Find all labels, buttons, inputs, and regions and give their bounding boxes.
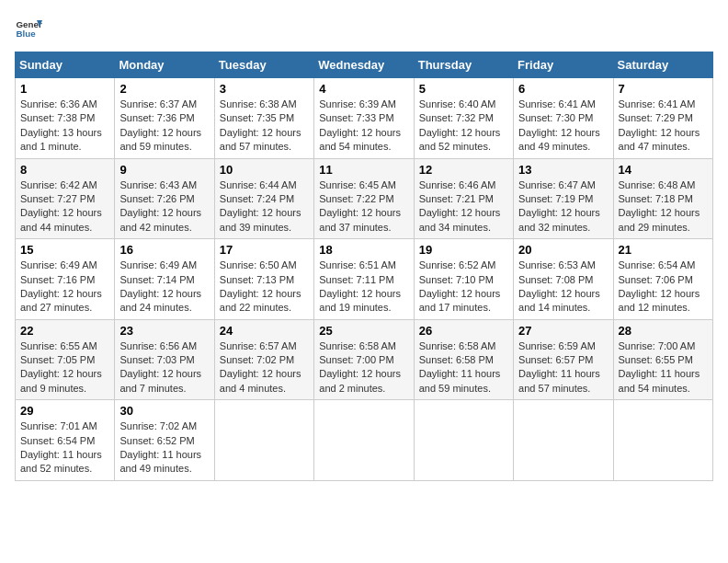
calendar-week-4: 22Sunrise: 6:55 AM Sunset: 7:05 PM Dayli… — [16, 319, 713, 400]
day-number: 29 — [20, 404, 109, 418]
day-number: 12 — [419, 163, 508, 177]
day-number: 22 — [20, 324, 109, 338]
calendar-cell: 13Sunrise: 6:47 AM Sunset: 7:19 PM Dayli… — [514, 158, 613, 239]
day-number: 16 — [119, 243, 209, 257]
day-info: Sunrise: 6:41 AM Sunset: 7:29 PM Dayligh… — [619, 98, 708, 155]
header: General Blue — [15, 15, 713, 42]
calendar-cell: 18Sunrise: 6:51 AM Sunset: 7:11 PM Dayli… — [314, 239, 414, 320]
day-number: 5 — [419, 82, 508, 96]
day-number: 4 — [319, 82, 408, 96]
calendar-cell: 7Sunrise: 6:41 AM Sunset: 7:29 PM Daylig… — [613, 78, 712, 159]
calendar-cell: 21Sunrise: 6:54 AM Sunset: 7:06 PM Dayli… — [613, 239, 712, 320]
calendar-week-1: 1Sunrise: 6:36 AM Sunset: 7:38 PM Daylig… — [16, 78, 713, 159]
day-info: Sunrise: 6:55 AM Sunset: 7:05 PM Dayligh… — [20, 339, 109, 396]
day-number: 11 — [319, 163, 408, 177]
calendar-week-3: 15Sunrise: 6:49 AM Sunset: 7:16 PM Dayli… — [16, 239, 713, 320]
day-number: 13 — [518, 163, 608, 177]
calendar-cell: 30Sunrise: 7:02 AM Sunset: 6:52 PM Dayli… — [115, 400, 214, 481]
day-info: Sunrise: 6:42 AM Sunset: 7:27 PM Dayligh… — [20, 178, 109, 236]
day-number: 25 — [319, 324, 408, 338]
day-info: Sunrise: 6:38 AM Sunset: 7:35 PM Dayligh… — [220, 98, 309, 155]
day-number: 17 — [220, 243, 309, 257]
calendar-cell: 15Sunrise: 6:49 AM Sunset: 7:16 PM Dayli… — [16, 239, 115, 320]
day-info: Sunrise: 6:54 AM Sunset: 7:06 PM Dayligh… — [619, 259, 708, 316]
calendar-cell — [214, 400, 313, 481]
day-number: 14 — [619, 163, 708, 177]
day-info: Sunrise: 6:37 AM Sunset: 7:36 PM Dayligh… — [119, 98, 209, 155]
day-info: Sunrise: 6:51 AM Sunset: 7:11 PM Dayligh… — [319, 259, 408, 316]
calendar-cell: 27Sunrise: 6:59 AM Sunset: 6:57 PM Dayli… — [514, 319, 613, 400]
day-number: 19 — [419, 243, 508, 257]
logo: General Blue — [15, 15, 42, 42]
calendar-cell — [613, 400, 712, 481]
day-info: Sunrise: 6:52 AM Sunset: 7:10 PM Dayligh… — [419, 259, 508, 316]
day-number: 6 — [518, 82, 608, 96]
day-info: Sunrise: 6:43 AM Sunset: 7:26 PM Dayligh… — [119, 178, 209, 236]
calendar-cell: 17Sunrise: 6:50 AM Sunset: 7:13 PM Dayli… — [214, 239, 313, 320]
calendar-cell: 22Sunrise: 6:55 AM Sunset: 7:05 PM Dayli… — [16, 319, 115, 400]
day-info: Sunrise: 6:45 AM Sunset: 7:22 PM Dayligh… — [319, 178, 408, 236]
day-number: 10 — [220, 163, 309, 177]
column-header-tuesday: Tuesday — [214, 52, 313, 78]
day-info: Sunrise: 6:59 AM Sunset: 6:57 PM Dayligh… — [518, 339, 608, 396]
day-number: 21 — [619, 243, 708, 257]
day-info: Sunrise: 6:41 AM Sunset: 7:30 PM Dayligh… — [518, 98, 608, 155]
day-info: Sunrise: 6:39 AM Sunset: 7:33 PM Dayligh… — [319, 98, 408, 155]
column-header-sunday: Sunday — [16, 52, 115, 78]
day-number: 30 — [119, 404, 209, 418]
day-number: 2 — [119, 82, 209, 96]
day-number: 26 — [419, 324, 508, 338]
calendar-cell: 3Sunrise: 6:38 AM Sunset: 7:35 PM Daylig… — [214, 78, 313, 159]
day-info: Sunrise: 6:48 AM Sunset: 7:18 PM Dayligh… — [619, 178, 708, 236]
calendar-cell — [314, 400, 414, 481]
calendar-header-row: SundayMondayTuesdayWednesdayThursdayFrid… — [16, 52, 713, 78]
day-number: 15 — [20, 243, 109, 257]
calendar-week-2: 8Sunrise: 6:42 AM Sunset: 7:27 PM Daylig… — [16, 158, 713, 239]
day-number: 24 — [220, 324, 309, 338]
day-number: 1 — [20, 82, 109, 96]
svg-text:Blue: Blue — [17, 29, 37, 39]
calendar-cell: 8Sunrise: 6:42 AM Sunset: 7:27 PM Daylig… — [16, 158, 115, 239]
calendar-cell: 29Sunrise: 7:01 AM Sunset: 6:54 PM Dayli… — [16, 400, 115, 481]
day-info: Sunrise: 6:56 AM Sunset: 7:03 PM Dayligh… — [119, 339, 209, 396]
day-info: Sunrise: 7:00 AM Sunset: 6:55 PM Dayligh… — [619, 339, 708, 396]
day-info: Sunrise: 6:49 AM Sunset: 7:16 PM Dayligh… — [20, 259, 109, 316]
column-header-friday: Friday — [514, 52, 613, 78]
calendar-cell: 1Sunrise: 6:36 AM Sunset: 7:38 PM Daylig… — [16, 78, 115, 159]
calendar-cell: 28Sunrise: 7:00 AM Sunset: 6:55 PM Dayli… — [613, 319, 712, 400]
day-number: 7 — [619, 82, 708, 96]
column-header-saturday: Saturday — [613, 52, 712, 78]
day-info: Sunrise: 6:47 AM Sunset: 7:19 PM Dayligh… — [518, 178, 608, 236]
calendar-cell — [514, 400, 613, 481]
logo-icon: General Blue — [15, 15, 42, 42]
day-info: Sunrise: 6:58 AM Sunset: 7:00 PM Dayligh… — [319, 339, 408, 396]
day-info: Sunrise: 6:57 AM Sunset: 7:02 PM Dayligh… — [220, 339, 309, 396]
day-number: 20 — [518, 243, 608, 257]
day-info: Sunrise: 7:01 AM Sunset: 6:54 PM Dayligh… — [20, 419, 109, 477]
column-header-monday: Monday — [115, 52, 214, 78]
day-number: 23 — [119, 324, 209, 338]
calendar-cell: 10Sunrise: 6:44 AM Sunset: 7:24 PM Dayli… — [214, 158, 313, 239]
calendar-cell: 25Sunrise: 6:58 AM Sunset: 7:00 PM Dayli… — [314, 319, 414, 400]
calendar-week-5: 29Sunrise: 7:01 AM Sunset: 6:54 PM Dayli… — [16, 400, 713, 481]
day-info: Sunrise: 6:46 AM Sunset: 7:21 PM Dayligh… — [419, 178, 508, 236]
calendar-cell: 20Sunrise: 6:53 AM Sunset: 7:08 PM Dayli… — [514, 239, 613, 320]
day-number: 9 — [119, 163, 209, 177]
calendar-cell: 19Sunrise: 6:52 AM Sunset: 7:10 PM Dayli… — [414, 239, 513, 320]
calendar-cell: 11Sunrise: 6:45 AM Sunset: 7:22 PM Dayli… — [314, 158, 414, 239]
calendar-cell: 14Sunrise: 6:48 AM Sunset: 7:18 PM Dayli… — [613, 158, 712, 239]
day-info: Sunrise: 7:02 AM Sunset: 6:52 PM Dayligh… — [119, 419, 209, 477]
day-info: Sunrise: 6:49 AM Sunset: 7:14 PM Dayligh… — [119, 259, 209, 316]
day-number: 3 — [220, 82, 309, 96]
day-info: Sunrise: 6:58 AM Sunset: 6:58 PM Dayligh… — [419, 339, 508, 396]
calendar-cell — [414, 400, 513, 481]
calendar-cell: 26Sunrise: 6:58 AM Sunset: 6:58 PM Dayli… — [414, 319, 513, 400]
day-number: 18 — [319, 243, 408, 257]
day-info: Sunrise: 6:44 AM Sunset: 7:24 PM Dayligh… — [220, 178, 309, 236]
day-number: 8 — [20, 163, 109, 177]
day-info: Sunrise: 6:40 AM Sunset: 7:32 PM Dayligh… — [419, 98, 508, 155]
day-info: Sunrise: 6:53 AM Sunset: 7:08 PM Dayligh… — [518, 259, 608, 316]
calendar-cell: 4Sunrise: 6:39 AM Sunset: 7:33 PM Daylig… — [314, 78, 414, 159]
calendar-cell: 6Sunrise: 6:41 AM Sunset: 7:30 PM Daylig… — [514, 78, 613, 159]
calendar-table: SundayMondayTuesdayWednesdayThursdayFrid… — [15, 52, 713, 481]
